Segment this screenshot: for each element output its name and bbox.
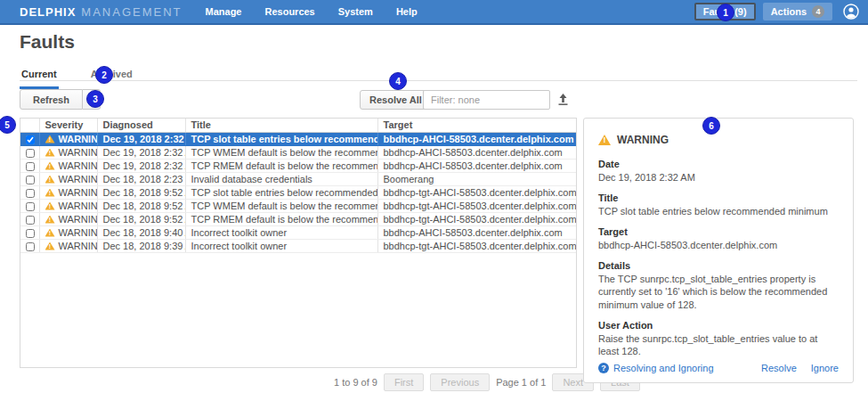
severity-label: WARNING [59, 134, 98, 144]
table-row[interactable]: WARNING Dec 19, 2018 2:32 AM TCP RMEM de… [20, 159, 577, 172]
table-row[interactable]: WARNING Dec 18, 2018 9:52 AM TCP WMEM de… [20, 199, 577, 212]
brand-primary: DELPHIX [20, 5, 76, 19]
detail-date-section: Date Dec 19, 2018 2:32 AM [598, 158, 839, 184]
target-cell: bbdhcp-tgt-AHCI-58503.dcenter.delphix.co… [377, 239, 577, 252]
header-title[interactable]: Title [185, 119, 377, 132]
warning-icon [45, 162, 55, 170]
severity-cell: WARNING [39, 185, 97, 199]
filter-input[interactable] [423, 90, 550, 110]
diagnosed-cell: Dec 18, 2018 2:23 PM [97, 172, 185, 185]
target-cell: bbdhcp-tgt-AHCI-58503.dcenter.delphix.co… [377, 185, 577, 199]
export-upload-icon[interactable] [556, 92, 571, 107]
row-checkbox[interactable] [26, 162, 35, 171]
severity-cell: WARNING [39, 159, 97, 172]
refresh-button[interactable]: Refresh [20, 89, 83, 110]
row-checkbox[interactable] [26, 189, 35, 198]
row-checkbox-cell [20, 199, 39, 212]
severity-label: WARNING [59, 214, 98, 225]
pagination-previous-button[interactable]: Previous [430, 373, 490, 391]
detail-title-section: Title TCP slot table entries below recom… [598, 192, 839, 217]
tab-current[interactable]: Current [20, 63, 59, 89]
title-cell: TCP RMEM default is below the recommende… [185, 159, 377, 172]
header-diagnosed[interactable]: Diagnosed [97, 119, 185, 132]
target-cell: bbdhcp-AHCI-58503.dcenter.delphix.com [377, 132, 577, 145]
severity-label: WARNING [59, 147, 98, 158]
faults-table: Severity Diagnosed Title Target WARNING … [20, 119, 577, 253]
severity-label: WARNING [59, 174, 98, 184]
warning-icon [45, 229, 55, 237]
diagnosed-cell: Dec 19, 2018 2:32 AM [97, 132, 185, 145]
app-logo[interactable]: DELPHIX MANAGEMENT [20, 5, 183, 19]
target-cell: bbdhcp-tgt-AHCI-58503.dcenter.delphix.co… [377, 212, 577, 225]
detail-details-section: Details The TCP sunrpc.tcp_slot_table_en… [598, 259, 839, 311]
user-profile-icon[interactable] [843, 4, 859, 20]
severity-label: WARNING [59, 160, 98, 171]
row-checkbox-cell [20, 212, 39, 225]
diagnosed-cell: Dec 18, 2018 9:52 AM [97, 212, 185, 225]
callout-badge-1: 1 [717, 4, 734, 21]
table-row[interactable]: WARNING Dec 18, 2018 9:52 AM TCP slot ta… [20, 185, 577, 199]
row-checkbox[interactable] [26, 202, 35, 211]
callout-badge-2: 2 [95, 66, 113, 84]
actions-count-badge: 4 [812, 5, 824, 18]
resolve-link[interactable]: Resolve [761, 363, 797, 373]
pagination-page-label: Page 1 of 1 [496, 377, 546, 388]
nav-item-manage[interactable]: Manage [206, 6, 242, 17]
callout-badge-3: 3 [86, 90, 104, 108]
target-cell: Boomerang [377, 172, 577, 185]
table-row[interactable]: WARNING Dec 18, 2018 9:40 AM Incorrect t… [20, 225, 577, 239]
actions-button[interactable]: Actions 4 [763, 3, 832, 20]
diagnosed-cell: Dec 19, 2018 2:32 AM [97, 145, 185, 159]
target-cell: bbdhcp-tgt-AHCI-58503.dcenter.delphix.co… [377, 199, 577, 212]
nav-item-system[interactable]: System [338, 6, 373, 17]
table-header-row: Severity Diagnosed Title Target [20, 119, 577, 132]
resolve-all-button[interactable]: Resolve All [360, 90, 432, 110]
table-row[interactable]: WARNING Dec 19, 2018 2:32 AM TCP WMEM de… [20, 145, 577, 159]
actions-button-label: Actions [771, 6, 807, 17]
detail-target-section: Target bbdhcp-AHCI-58503.dcenter.delphix… [598, 225, 839, 251]
diagnosed-cell: Dec 18, 2018 9:39 AM [97, 239, 185, 252]
detail-details-value: The TCP sunrpc.tcp_slot_table_entries pr… [598, 273, 839, 312]
row-checkbox-cell [20, 239, 39, 252]
warning-icon [598, 135, 611, 145]
row-checkbox-cell [20, 145, 39, 159]
target-cell: bbdhcp-AHCI-58503.dcenter.delphix.com [377, 225, 577, 239]
row-checkbox[interactable] [26, 229, 35, 238]
table-row[interactable]: WARNING Dec 19, 2018 2:32 AM TCP slot ta… [20, 132, 577, 145]
header-severity[interactable]: Severity [39, 119, 97, 132]
row-checkbox[interactable] [26, 242, 35, 251]
pagination-first-button[interactable]: First [384, 373, 424, 391]
header-target[interactable]: Target [377, 119, 577, 132]
nav-item-help[interactable]: Help [396, 6, 418, 17]
callout-badge-5: 5 [0, 116, 16, 134]
title-cell: TCP slot table entries below recommended… [185, 185, 377, 199]
table-row[interactable]: WARNING Dec 18, 2018 2:23 PM Invalid dat… [20, 172, 577, 185]
table-row[interactable]: WARNING Dec 18, 2018 9:39 AM Incorrect t… [20, 239, 577, 252]
warning-icon [45, 176, 55, 184]
row-checkbox[interactable] [26, 216, 35, 225]
faults-table-container: Severity Diagnosed Title Target WARNING … [20, 118, 577, 368]
nav-item-resources[interactable]: Resources [264, 6, 314, 17]
resolving-ignoring-link[interactable]: Resolving and Ignoring [598, 363, 714, 373]
brand-secondary: MANAGEMENT [81, 5, 182, 19]
row-checkbox[interactable] [26, 149, 35, 158]
target-cell: bbdhcp-AHCI-58503.dcenter.delphix.com [377, 145, 577, 159]
row-checkbox[interactable] [26, 135, 35, 144]
page-title: Faults [20, 31, 75, 53]
detail-date-value: Dec 19, 2018 2:32 AM [598, 171, 839, 184]
warning-icon [45, 135, 55, 143]
warning-icon [45, 189, 55, 197]
table-row[interactable]: WARNING Dec 18, 2018 9:52 AM TCP RMEM de… [20, 212, 577, 225]
warning-icon [45, 149, 55, 157]
row-checkbox-cell [20, 159, 39, 172]
ignore-link[interactable]: Ignore [811, 363, 839, 373]
faults-page: DELPHIX MANAGEMENT Manage Resources Syst… [0, 0, 868, 393]
top-nav: DELPHIX MANAGEMENT Manage Resources Syst… [0, 0, 868, 25]
severity-label: WARNING [59, 227, 98, 238]
detail-title-label: Title [598, 192, 839, 205]
severity-cell: WARNING [39, 225, 97, 239]
severity-cell: WARNING [39, 199, 97, 212]
title-cell: TCP slot table entries below recommended… [185, 132, 377, 145]
detail-target-label: Target [598, 225, 839, 239]
row-checkbox[interactable] [26, 176, 35, 184]
